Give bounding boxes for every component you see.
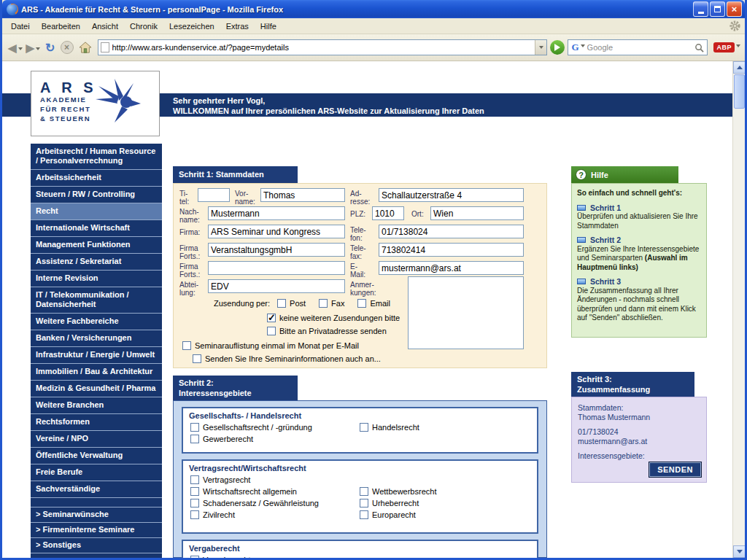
sidebar-item-steuern-rw-controlling[interactable]: Steuern / RW / Controlling <box>31 187 162 203</box>
summary-email: mustermann@ars.at <box>578 437 700 446</box>
wirtschaftsrecht-checkbox[interactable] <box>190 487 199 496</box>
sidebar-item-assistenz-sekretariat[interactable]: Assistenz / Sekretariat <box>31 254 162 271</box>
url-dropdown-button[interactable] <box>535 40 546 55</box>
url-input[interactable] <box>109 43 535 52</box>
go-button[interactable] <box>550 40 565 55</box>
step3-tab: Schritt 3: Zusammenfassung <box>571 372 694 397</box>
email-checkbox[interactable] <box>357 299 366 308</box>
firma-forts2-field[interactable] <box>208 261 345 275</box>
menu-item-ansicht[interactable]: Ansicht <box>86 20 124 33</box>
scrollbar-thumb[interactable] <box>734 74 745 109</box>
adblock-plus-icon[interactable]: ABP <box>713 42 735 52</box>
adblock-caret-icon[interactable] <box>736 44 740 47</box>
post-checkbox[interactable] <box>277 299 286 308</box>
firma-forts1-label: Firma Forts.: <box>179 244 200 260</box>
privatadresse-label: Bitte an Privatadresse senden <box>279 327 387 335</box>
scroll-down-button[interactable] <box>733 545 745 558</box>
sidebar-item-vereine-npo[interactable]: Vereine / NPO <box>31 431 162 448</box>
nachname-field[interactable] <box>208 206 345 220</box>
sidebar-item-banken-versicherungen[interactable]: Banken / Versicherungen <box>31 330 162 347</box>
help-box: So einfach und schnell geht's: Schritt 1… <box>571 183 707 338</box>
maximize-button[interactable] <box>710 1 725 17</box>
sidebar-item-oeffentliche-verwaltung[interactable]: Öffentliche Verwaltung <box>31 448 162 464</box>
search-input[interactable] <box>585 43 695 52</box>
vertragsrecht-checkbox[interactable] <box>190 475 199 484</box>
ars-logo[interactable]: A R S AKADEMIE FÜR RECHT & STEUERN <box>31 71 160 136</box>
minimize-button[interactable] <box>693 1 708 17</box>
firma-forts1-field[interactable] <box>208 243 345 257</box>
back-button[interactable]: ◀ <box>7 40 24 55</box>
sidebar-item-infrastruktur-energie-umwelt[interactable]: Infrastruktur / Energie / Umwelt <box>31 347 162 364</box>
privatadresse-checkbox[interactable] <box>267 327 276 335</box>
vergaberecht-checkbox[interactable] <box>190 556 199 558</box>
sidebar-item-weitere-fachbereiche[interactable]: Weitere Fachbereiche <box>31 314 162 330</box>
sidebar-item-it-telekommunikation-datensicherheit[interactable]: IT / Telekommunikation / Datensicherheit <box>31 287 162 314</box>
menu-item-hilfe[interactable]: Hilfe <box>255 20 282 33</box>
interest-group-gesellschaftsrecht: Gesellschafts- / Handelsrecht Gesellscha… <box>182 407 538 454</box>
vorname-label: Vor- name: <box>235 190 255 206</box>
menu-item-datei[interactable]: Datei <box>5 20 36 33</box>
vorname-field[interactable] <box>260 188 345 202</box>
fax-checkbox[interactable] <box>319 299 328 308</box>
sidebar-item-arbeitssicherheit[interactable]: Arbeitssicherheit <box>31 170 162 187</box>
senden-button[interactable]: SENDEN <box>649 462 701 477</box>
sidebar-item-firmeninterne-seminare[interactable]: > Firmeninterne Seminare <box>31 523 162 538</box>
forward-button[interactable]: ▶ <box>25 40 42 55</box>
europarecht-checkbox[interactable] <box>360 510 368 519</box>
sidebar-item-weitere-branchen[interactable]: Weitere Branchen <box>31 397 162 414</box>
sidebar-item-freie-berufe[interactable]: Freie Berufe <box>31 464 162 481</box>
stop-button[interactable]: × <box>61 41 74 54</box>
sidebar-item-management-funktionen[interactable]: Management Funktionen <box>31 237 162 254</box>
sidebar-item-medizin-gesundheit-pharma[interactable]: Medizin & Gesundheit / Pharma <box>31 381 162 397</box>
abteilung-label: Abtei- lung: <box>179 281 198 297</box>
urheberrecht-checkbox[interactable] <box>360 499 368 508</box>
seminarauflistung-checkbox[interactable] <box>182 341 191 350</box>
back-history-caret-icon[interactable] <box>18 47 23 50</box>
sidebar-item-sonstiges[interactable]: > Sonstiges <box>31 538 162 553</box>
anmerkungen-textarea[interactable] <box>408 276 524 349</box>
email-field[interactable] <box>379 261 524 275</box>
titel-field[interactable] <box>198 188 230 202</box>
gewerberecht-checkbox[interactable] <box>190 435 199 443</box>
menu-item-lesezeichen[interactable]: Lesezeichen <box>163 20 220 33</box>
keine-zusendungen-checkbox[interactable] <box>267 314 276 322</box>
reload-button[interactable]: ↻ <box>42 41 58 55</box>
close-button[interactable]: × <box>727 1 742 17</box>
sidebar-item-recht[interactable]: Recht <box>31 203 162 220</box>
ort-field[interactable] <box>430 206 524 220</box>
help-title: Hilfe <box>591 171 608 179</box>
google-icon[interactable]: G <box>571 42 578 53</box>
home-button[interactable] <box>76 42 95 53</box>
help-step-3: Schritt 3 Die Zusammenfassung all Ihrer … <box>577 277 701 323</box>
firma-field[interactable] <box>208 225 345 238</box>
sidebar-item-interne-revision[interactable]: Interne Revision <box>31 271 162 287</box>
scroll-up-button[interactable] <box>733 61 745 74</box>
wettbewerbsrecht-checkbox[interactable] <box>360 487 368 496</box>
schadenersatz-checkbox[interactable] <box>190 499 199 508</box>
menu-item-chronik[interactable]: Chronik <box>124 20 163 33</box>
sidebar-item-immobilien-bau-architektur[interactable]: Immobilien / Bau & Architektur <box>31 364 162 381</box>
plz-field[interactable] <box>372 206 404 220</box>
sidebar-item-internationale-wirtschaft[interactable]: Internationale Wirtschaft <box>31 220 162 237</box>
sidebar-item-seminarwuensche[interactable]: > Seminarwünsche <box>31 508 162 523</box>
summary-phone: 01/7138024 <box>578 427 700 437</box>
abteilung-field[interactable] <box>208 279 345 293</box>
weiterleiten-checkbox[interactable] <box>193 354 201 363</box>
telefon-field[interactable] <box>379 225 524 238</box>
zivilrecht-checkbox[interactable] <box>190 510 199 519</box>
vertical-scrollbar[interactable] <box>732 61 745 558</box>
sidebar-item-arbeitsrecht-hr-personalverrechnung[interactable]: Arbeitsrecht / Human Resource / Personal… <box>31 144 162 170</box>
handelsrecht-checkbox[interactable] <box>360 423 368 432</box>
step-marker-icon <box>577 237 586 243</box>
adresse-field[interactable] <box>379 188 524 202</box>
stammdaten-label: Stammdaten: <box>578 403 700 413</box>
search-magnifier-icon[interactable] <box>694 43 704 52</box>
menu-item-extras[interactable]: Extras <box>220 20 255 33</box>
sidebar-item-sachverstaendige[interactable]: Sachverständige <box>31 481 162 498</box>
menu-item-bearbeiten[interactable]: Bearbeiten <box>36 20 86 33</box>
sidebar-item-rechtsformen[interactable]: Rechtsformen <box>31 414 162 431</box>
page-favicon-icon <box>101 42 109 52</box>
telefax-field[interactable] <box>379 243 524 257</box>
forward-history-caret-icon[interactable] <box>36 47 40 50</box>
gesellschaftsrecht-checkbox[interactable] <box>190 423 199 432</box>
